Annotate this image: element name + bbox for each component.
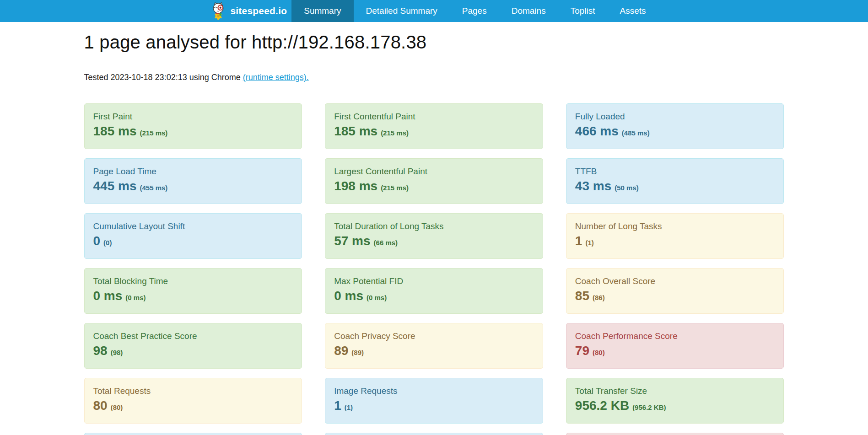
metric-value: 57 ms [334,234,370,248]
metric-value-row: 80(80) [93,398,293,413]
metric-value: 0 ms [93,289,123,303]
metric-card: Coach Performance Score 79(80) [566,323,784,369]
brand-label: sitespeed.io [230,5,287,16]
nav-tab-label: Assets [620,6,646,16]
sitespeed-cat-logo-icon [210,2,227,22]
metric-card-partial [84,433,302,435]
nav-tab-pages[interactable]: Pages [450,0,499,22]
metric-value: 185 ms [334,124,377,138]
metric-value-row: 198 ms(215 ms) [334,179,534,193]
metric-card-partial [566,433,784,435]
metric-label: TTFB [575,166,775,177]
metric-label: Coach Best Practice Score [93,331,293,341]
top-navbar: sitespeed.io Summary Detailed Summary Pa… [0,0,868,22]
metric-card: Coach Privacy Score 89(89) [325,323,543,369]
metric-label: Total Transfer Size [575,386,775,396]
nav-tab-label: Pages [462,6,487,16]
metric-secondary: (485 ms) [622,129,650,137]
metric-value: 185 ms [93,124,137,138]
metric-value: 956.2 KB [575,398,629,413]
metric-value-row: 85(86) [575,289,775,303]
nav-tab-label: Domains [512,6,546,16]
metric-value-row: 185 ms(215 ms) [334,124,534,139]
metric-secondary: (0) [103,239,112,247]
metric-card: Fully Loaded 466 ms(485 ms) [566,103,784,149]
nav-tab-assets[interactable]: Assets [608,0,658,22]
metric-label: Total Blocking Time [93,276,293,286]
metric-value: 0 ms [334,289,363,303]
metric-label: Coach Overall Score [575,276,775,286]
metric-value-row: 89(89) [334,344,534,358]
metric-card: Coach Best Practice Score 98(98) [84,323,302,369]
metric-card: Total Blocking Time 0 ms(0 ms) [84,268,302,314]
metric-value-row: 0 ms(0 ms) [334,289,534,303]
metric-card: Total Requests 80(80) [84,378,302,424]
metric-value-row: 79(80) [575,344,775,358]
metric-secondary: (455 ms) [140,184,167,192]
metric-value-row: 956.2 KB(956.2 KB) [575,398,775,413]
page-title: 1 page analysed for http://192.168.178.3… [84,32,784,53]
metric-card: First Contentful Paint 185 ms(215 ms) [325,103,543,149]
metric-card: TTFB 43 ms(50 ms) [566,158,784,204]
metric-secondary: (0 ms) [367,294,387,301]
metric-label: Largest Contentful Paint [334,166,534,177]
metric-label: First Contentful Paint [334,112,534,122]
metric-card: Largest Contentful Paint 198 ms(215 ms) [325,158,543,204]
metric-value: 198 ms [334,179,377,193]
metric-label: Page Load Time [93,166,293,177]
nav-tab-domains[interactable]: Domains [499,0,558,22]
nav-tab-summary[interactable]: Summary [291,0,353,22]
metric-value-row: 185 ms(215 ms) [93,124,293,139]
metric-value-row: 57 ms(66 ms) [334,234,534,248]
metric-value-row: 445 ms(455 ms) [93,179,293,193]
metric-card: Max Potential FID 0 ms(0 ms) [325,268,543,314]
metrics-grid: First Paint 185 ms(215 ms) First Content… [84,103,784,435]
metric-label: First Paint [93,112,293,122]
metric-value: 43 ms [575,179,611,193]
metric-secondary: (956.2 KB) [632,403,666,411]
nav-tab-toplist[interactable]: Toplist [558,0,608,22]
metric-card-partial [325,433,543,435]
metric-label: Coach Privacy Score [334,331,534,341]
metric-secondary: (80) [593,349,605,356]
metric-secondary: (215 ms) [381,129,409,137]
metric-value: 1 [334,398,341,413]
metric-value: 98 [93,344,108,358]
metric-label: Max Potential FID [334,276,534,286]
metric-label: Number of Long Tasks [575,221,775,231]
metric-secondary: (98) [111,349,123,356]
metric-secondary: (215 ms) [381,184,409,192]
navbar-inner: sitespeed.io Summary Detailed Summary Pa… [210,0,658,22]
nav-tab-label: Detailed Summary [366,6,437,16]
tested-line: Tested 2023-10-18 23:02:13 using Chrome … [84,73,784,82]
metric-value-row: 0(0) [93,234,293,248]
metric-value: 85 [575,289,589,303]
metric-value: 0 [93,234,101,248]
metric-card: Number of Long Tasks 1(1) [566,213,784,259]
tested-text: Tested 2023-10-18 23:02:13 using Chrome [84,73,241,82]
metric-label: Coach Performance Score [575,331,775,341]
metric-secondary: (80) [111,403,123,411]
metric-secondary: (0 ms) [125,294,146,301]
metric-value-row: 466 ms(485 ms) [575,124,775,139]
metric-card: Cumulative Layout Shift 0(0) [84,213,302,259]
metric-secondary: (66 ms) [374,239,398,247]
brand-link[interactable]: sitespeed.io [210,0,291,22]
metric-label: Fully Loaded [575,112,775,122]
nav-tab-label: Toplist [571,6,595,16]
metric-value-row: 0 ms(0 ms) [93,289,293,303]
nav-tab-label: Summary [304,6,341,16]
metric-label: Image Requests [334,386,534,396]
metric-value: 445 ms [93,179,137,193]
metric-label: Total Requests [93,386,293,396]
runtime-settings-link[interactable]: (runtime settings). [243,73,309,82]
metric-card: Total Duration of Long Tasks 57 ms(66 ms… [325,213,543,259]
metric-value: 80 [93,398,108,413]
metric-card: Page Load Time 445 ms(455 ms) [84,158,302,204]
metric-value-row: 98(98) [93,344,293,358]
metric-value: 466 ms [575,124,619,138]
metric-value-row: 1(1) [334,398,534,413]
nav-tab-detailed-summary[interactable]: Detailed Summary [354,0,450,22]
metric-value: 89 [334,344,348,358]
metric-label: Cumulative Layout Shift [93,221,293,231]
